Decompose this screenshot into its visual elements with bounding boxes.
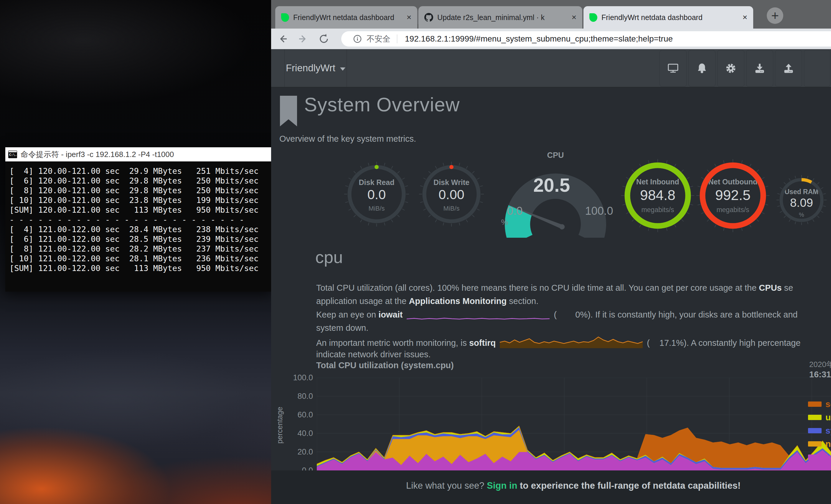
tab-divider bbox=[418, 10, 418, 24]
brand-label: FriendlyWrt bbox=[286, 62, 335, 73]
legend-item-softirq[interactable]: softirq bbox=[808, 397, 831, 411]
text: ( bbox=[647, 338, 650, 348]
y-tick: 100.0 bbox=[288, 373, 313, 382]
y-tick: 60.0 bbox=[288, 410, 313, 419]
browser-window: FriendlyWrt netdata dashboard × Update r… bbox=[271, 0, 831, 504]
terminal-line: [ 10] 120.00-121.00 sec 23.8 MBytes 199 … bbox=[9, 195, 271, 205]
terminal-line: [ 10] 121.00-122.00 sec 28.1 MBytes 236 … bbox=[9, 254, 271, 263]
screen: 命令提示符 - iperf3 -c 192.168.1.2 -P4 -t1000… bbox=[0, 0, 831, 504]
net-inbound-gauge[interactable]: Net Inbound 984.8 megabits/s bbox=[621, 159, 694, 232]
legend-item-system[interactable]: system bbox=[808, 424, 831, 437]
disk-write-gauge[interactable]: Disk Write 0.00 MiB/s bbox=[419, 162, 484, 227]
download-icon-button[interactable] bbox=[746, 50, 773, 87]
y-axis-label: percentage bbox=[276, 403, 284, 447]
text: to experience the full-range of netdata … bbox=[517, 480, 741, 491]
used-ram-gauge[interactable]: Used RAM 8.09 % bbox=[776, 175, 827, 225]
text: Total CPU utilization (all cores). 100% … bbox=[316, 283, 759, 293]
tab-github[interactable]: Update r2s_lean_minimal.yml · k × bbox=[419, 6, 582, 29]
terminal-line-separator: - - - - - - - - - - - - - - - - - - - - … bbox=[9, 215, 271, 225]
net-outbound-gauge[interactable]: Net Outbound 992.5 megabits/s bbox=[696, 159, 770, 232]
tab-close-icon[interactable]: × bbox=[405, 13, 412, 22]
cpu-gauge-unit: % bbox=[498, 218, 510, 227]
cpu-paragraph-line-1: Total CPU utilization (all cores). 100% … bbox=[316, 281, 831, 295]
text: section. bbox=[507, 296, 538, 306]
softirq-label: softirq bbox=[469, 338, 496, 348]
reload-button[interactable] bbox=[317, 32, 331, 46]
tab-title: Update r2s_lean_minimal.yml · k bbox=[437, 13, 568, 22]
info-icon[interactable] bbox=[353, 34, 362, 43]
text: An important metric worth monitoring, is bbox=[316, 338, 469, 348]
bell-icon-button[interactable] bbox=[688, 50, 715, 87]
gear-icon-button[interactable] bbox=[717, 50, 744, 87]
header-buttons bbox=[659, 50, 830, 87]
cmd-prompt-icon bbox=[8, 150, 17, 158]
cpu-gauge-value: 20.5 bbox=[522, 174, 581, 196]
netdata-favicon bbox=[281, 13, 289, 22]
security-label[interactable]: 不安全 bbox=[367, 34, 391, 44]
disk-read-gauge[interactable]: Disk Read 0.0 MiB/s bbox=[344, 162, 409, 227]
address-bar[interactable]: 不安全 192.168.2.1:19999/#menu_system_subme… bbox=[341, 31, 831, 47]
terminal-output[interactable]: [ 4] 120.00-121.00 sec 29.9 MBytes 251 M… bbox=[5, 161, 271, 292]
applications-monitoring-link[interactable]: Applications Monitoring bbox=[409, 296, 507, 306]
legend-label: system bbox=[825, 426, 831, 436]
text: Keep an eye on bbox=[316, 310, 378, 319]
legend-swatch bbox=[808, 441, 822, 447]
tab-close-icon[interactable]: × bbox=[571, 13, 578, 22]
legend-item-iowait[interactable]: iowait bbox=[808, 450, 831, 464]
forward-button[interactable] bbox=[296, 32, 310, 46]
legend-label: nice bbox=[825, 439, 831, 449]
cpus-link[interactable]: CPUs bbox=[759, 283, 781, 293]
new-tab-button[interactable]: + bbox=[767, 7, 783, 24]
iowait-label: iowait bbox=[378, 310, 403, 319]
netdata-page: FriendlyWrt bbox=[271, 49, 831, 504]
tab-netdata-2-active[interactable]: FriendlyWrt netdata dashboard × bbox=[583, 6, 753, 29]
cpu-gauge-label: CPU bbox=[526, 151, 585, 160]
legend-swatch bbox=[808, 454, 822, 460]
terminal-line: [ 4] 121.00-122.00 sec 28.4 MBytes 238 M… bbox=[9, 225, 271, 234]
tab-title: FriendlyWrt netdata dashboard bbox=[293, 13, 403, 22]
signin-bar: Like what you see? Sign in to experience… bbox=[271, 470, 831, 504]
tab-close-icon[interactable]: × bbox=[741, 13, 748, 22]
y-tick: 80.0 bbox=[288, 392, 313, 401]
terminal-line: [SUM] 121.00-122.00 sec 113 MBytes 950 M… bbox=[9, 263, 271, 273]
sign-in-link[interactable]: Sign in bbox=[487, 480, 517, 491]
terminal-line: [ 8] 120.00-121.00 sec 29.8 MBytes 250 M… bbox=[9, 185, 271, 195]
signin-text: Like what you see? Sign in to experience… bbox=[406, 480, 741, 491]
legend-item-user[interactable]: user bbox=[808, 411, 831, 424]
legend-label: softirq bbox=[825, 399, 831, 409]
back-button[interactable] bbox=[276, 32, 289, 46]
brand-dropdown[interactable]: FriendlyWrt bbox=[284, 49, 347, 87]
text: ). If it is constantly high, your disks … bbox=[588, 310, 797, 319]
cpu-utilization-chart[interactable] bbox=[317, 378, 831, 470]
bookmark-icon[interactable] bbox=[279, 96, 297, 127]
terminal-line: [ 6] 120.00-121.00 sec 29.8 MBytes 250 M… bbox=[9, 176, 271, 185]
y-tick: 20.0 bbox=[288, 447, 313, 456]
chart-legend: softirq user system nice iowait bbox=[808, 397, 831, 464]
terminal-window[interactable]: 命令提示符 - iperf3 -c 192.168.1.2 -P4 -t1000… bbox=[5, 147, 271, 292]
cpu-gauge[interactable] bbox=[498, 159, 613, 238]
page-title: System Overview bbox=[304, 93, 460, 116]
tab-netdata-1[interactable]: FriendlyWrt netdata dashboard × bbox=[275, 6, 417, 29]
terminal-line: [ 6] 121.00-122.00 sec 28.5 MBytes 239 M… bbox=[9, 234, 271, 244]
terminal-title-bar[interactable]: 命令提示符 - iperf3 -c 192.168.1.2 -P4 -t1000 bbox=[5, 147, 271, 161]
legend-swatch bbox=[808, 415, 822, 420]
github-favicon bbox=[424, 13, 433, 22]
y-tick: 40.0 bbox=[288, 429, 313, 438]
monitor-button[interactable] bbox=[659, 50, 687, 87]
legend-item-nice[interactable]: nice bbox=[808, 437, 831, 450]
url-text[interactable]: 192.168.2.1:19999/#menu_system_submenu_c… bbox=[405, 34, 673, 43]
text: application usage at the bbox=[316, 296, 409, 306]
header-button-clipped[interactable] bbox=[804, 50, 830, 87]
cpu-paragraph-line-4: system down. bbox=[316, 321, 831, 335]
upload-icon-button[interactable] bbox=[775, 50, 802, 87]
chart-timestamp-date: 2020年3 bbox=[809, 359, 831, 370]
text: se bbox=[782, 283, 793, 293]
terminal-title: 命令提示符 - iperf3 -c 192.168.1.2 -P4 -t1000 bbox=[21, 149, 174, 160]
dashboard-header: FriendlyWrt bbox=[271, 49, 831, 88]
cpu-paragraph-line-6: indicate network driver issues. bbox=[316, 348, 831, 361]
chevron-down-icon bbox=[340, 67, 345, 71]
terminal-line: [ 8] 121.00-122.00 sec 28.2 MBytes 237 M… bbox=[9, 244, 271, 254]
cpu-gauge-min: 0.0 bbox=[500, 205, 529, 217]
legend-swatch bbox=[808, 428, 822, 433]
cpu-gauge-max: 100.0 bbox=[580, 205, 618, 217]
